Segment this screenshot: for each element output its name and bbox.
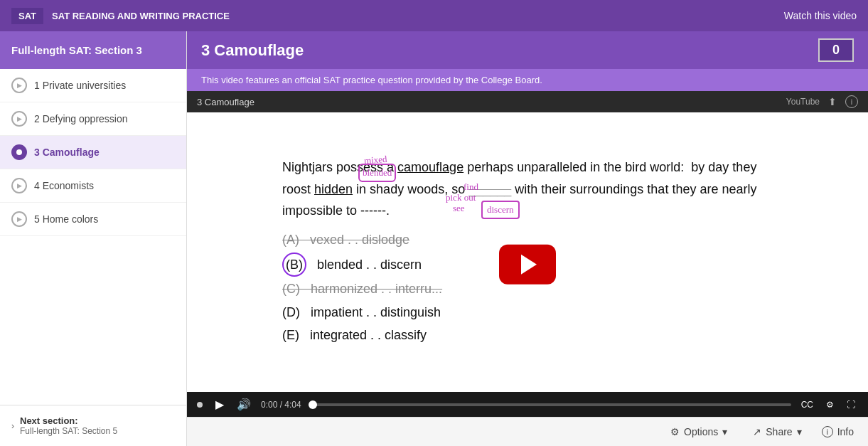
progress-bar[interactable] [309, 403, 791, 406]
video-top-bar: 3 Camouflage YouTube ⬆ i [187, 91, 868, 112]
sidebar-item-label-5: 5 Home colors [34, 213, 98, 225]
video-controls: ▶ 🔊 0:00 / 4:04 CC ⚙ ⛶ [187, 392, 868, 417]
item-circle-4: ▶ [11, 178, 27, 193]
annotation-blended: blended [358, 164, 396, 182]
info-bar: This video features an official SAT prac… [187, 69, 868, 91]
video-player-container: 3 Camouflage YouTube ⬆ i Nightjars posse… [187, 91, 868, 417]
sidebar-item-label-1: 1 Private universities [34, 80, 126, 91]
options-label: Options [684, 426, 718, 437]
sidebar-item-5[interactable]: ▶ 5 Home colors [0, 203, 186, 236]
item-circle-5: ▶ [11, 211, 27, 227]
info-button[interactable]: i Info [822, 426, 854, 437]
time-display: 0:00 / 4:04 [261, 400, 301, 410]
course-title: Full-length SAT: Section 3 [0, 31, 186, 69]
progress-indicator [309, 400, 317, 409]
answer-b-circle: (B) [282, 253, 306, 277]
play-button-overlay[interactable] [499, 244, 556, 284]
video-main-title: 3 Camouflage [201, 41, 304, 60]
progress-dot [197, 402, 203, 408]
annotation-discern: discern [481, 201, 520, 219]
sidebar-item-label-4: 4 Economists [34, 180, 94, 191]
content-area: 3 Camouflage 0 This video features an of… [187, 31, 868, 446]
settings-button[interactable]: ⚙ [823, 398, 837, 411]
video-top-icons: YouTube ⬆ i [786, 95, 858, 108]
video-content: Nightjars possess a camouflage perhaps u… [187, 112, 868, 392]
fullscreen-button[interactable]: ⛶ [844, 398, 858, 411]
annotation-see: see [453, 201, 465, 216]
watch-video-link[interactable]: Watch this video [784, 10, 857, 21]
subtitles-button[interactable]: CC [798, 398, 816, 411]
play-icon-5: ▶ [17, 216, 22, 223]
next-section-label: Next section: [20, 415, 117, 426]
sidebar-items: ▶ 1 Private universities ▶ 2 Defying opp… [0, 69, 186, 405]
video-paragraph: Nightjars possess a camouflage perhaps u… [282, 156, 773, 222]
options-button[interactable]: ⚙ Options ▾ [665, 423, 733, 440]
info-bar-text: This video features an official SAT prac… [201, 75, 542, 85]
play-icon-2: ▶ [17, 115, 22, 122]
play-icon-1: ▶ [17, 82, 22, 89]
share-chevron-icon: ▾ [797, 426, 802, 437]
gear-icon: ⚙ [670, 426, 680, 437]
item-circle-2: ▶ [11, 111, 27, 127]
info-label: Info [837, 426, 854, 437]
info-circle-icon[interactable]: i [845, 95, 858, 108]
chevron-right-icon: › [11, 421, 14, 431]
video-bar-label: 3 Camouflage [197, 97, 254, 107]
video-header: 3 Camouflage 0 [187, 31, 868, 69]
sidebar-item-1[interactable]: ▶ 1 Private universities [0, 69, 186, 102]
answer-a-text: (A) vexed . . dislodge [282, 233, 409, 247]
play-icon-4: ▶ [17, 182, 22, 189]
answer-e-text: (E) integrated . . classify [282, 328, 427, 342]
share-button[interactable]: ↗ Share ▾ [747, 423, 807, 440]
answer-c-text: (C) harmonized . . interru... [282, 282, 442, 296]
volume-button[interactable]: 🔊 [234, 396, 254, 413]
bottom-bar: ⚙ Options ▾ ↗ Share ▾ i Info [187, 417, 868, 446]
sidebar-next-section[interactable]: › Next section: Full-length SAT: Section… [0, 405, 186, 446]
control-right-icons: CC ⚙ ⛶ [798, 398, 858, 411]
top-header: SAT SAT READING AND WRITING PRACTICE Wat… [0, 0, 868, 31]
sidebar-item-label-3: 3 Camouflage [34, 147, 100, 158]
share-box-icon: ↗ [753, 426, 761, 437]
next-section-title: Full-length SAT: Section 5 [20, 426, 117, 436]
count-box: 0 [818, 38, 854, 62]
youtube-label: YouTube [786, 97, 820, 107]
options-chevron-icon: ▾ [722, 426, 727, 437]
sidebar-item-label-2: 2 Defying oppression [34, 113, 128, 124]
share-label: Share [766, 426, 792, 437]
info-icon: i [822, 426, 833, 437]
main-layout: Full-length SAT: Section 3 ▶ 1 Private u… [0, 31, 868, 446]
answer-b-text: blended . . discern [310, 257, 422, 272]
share-icon[interactable]: ⬆ [828, 96, 837, 107]
sidebar: Full-length SAT: Section 3 ▶ 1 Private u… [0, 31, 187, 446]
sidebar-item-2[interactable]: ▶ 2 Defying oppression [0, 102, 186, 136]
answer-d-text: (D) impatient . . distinguish [282, 305, 441, 319]
next-section-info: Next section: Full-length SAT: Section 5 [20, 415, 117, 436]
item-circle-3 [11, 144, 27, 160]
item-circle-1: ▶ [11, 78, 27, 93]
section-title: SAT READING AND WRITING PRACTICE [52, 11, 784, 21]
sidebar-item-4[interactable]: ▶ 4 Economists [0, 169, 186, 203]
sidebar-item-3[interactable]: 3 Camouflage [0, 136, 186, 169]
hidden-underline: hidden [314, 182, 353, 196]
answer-e: (E) integrated . . classify [282, 324, 773, 346]
play-pause-button[interactable]: ▶ [213, 396, 227, 413]
answer-d: (D) impatient . . distinguish [282, 302, 773, 324]
sat-badge: SAT [11, 8, 43, 24]
camouflage-underline: camouflage [397, 160, 464, 174]
